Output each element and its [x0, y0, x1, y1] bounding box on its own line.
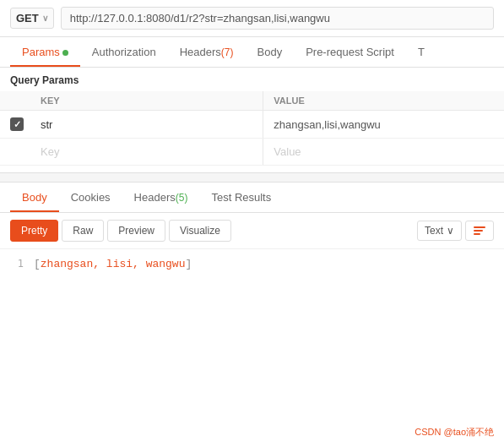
sort-icon — [473, 225, 486, 237]
tab-tests[interactable]: T — [406, 37, 436, 67]
params-dot — [62, 50, 68, 56]
url-input[interactable] — [61, 7, 494, 30]
query-params-label: Query Params — [0, 68, 504, 91]
format-visualize[interactable]: Visualize — [169, 220, 231, 242]
check-mark: ✓ — [14, 119, 21, 130]
th-checkbox — [0, 91, 30, 111]
tab-pre-request[interactable]: Pre-request Script — [294, 37, 406, 67]
table-empty-row: Key Value — [0, 139, 504, 166]
method-label: GET — [16, 12, 39, 25]
format-pretty[interactable]: Pretty — [10, 220, 58, 242]
row-key: str — [41, 118, 52, 131]
row-checkbox-cell[interactable]: ✓ — [0, 111, 30, 139]
sort-icon-button[interactable] — [465, 221, 494, 241]
watermark: CSDN @tao涌不绝 — [415, 426, 494, 439]
row-key-cell[interactable]: str — [30, 111, 263, 139]
code-open-bracket: [ — [34, 258, 41, 270]
code-inner: zhangsan, lisi, wangwu — [41, 258, 186, 270]
empty-value-placeholder: Value — [274, 145, 301, 158]
method-dropdown[interactable]: GET ∨ — [10, 8, 54, 29]
tab-authorization[interactable]: Authorization — [80, 37, 168, 67]
code-content: [zhangsan, lisi, wangwu] — [34, 258, 494, 270]
format-raw[interactable]: Raw — [62, 220, 104, 242]
response-tab-cookies[interactable]: Cookies — [59, 183, 122, 212]
text-type-label: Text — [425, 225, 443, 237]
text-type-select[interactable]: Text ∨ — [417, 221, 462, 241]
response-tabs: Body Cookies Headers(5) Test Results — [0, 183, 504, 213]
line-number: 1 — [10, 258, 24, 270]
format-preview[interactable]: Preview — [107, 220, 165, 242]
th-key: KEY — [30, 91, 263, 111]
request-tabs: Params Authorization Headers(7) Body Pre… — [0, 37, 504, 68]
tab-headers[interactable]: Headers(7) — [168, 37, 246, 67]
params-table: KEY VALUE ✓ str zhangsan,lisi,wangwu — [0, 91, 504, 166]
section-divider — [0, 172, 504, 183]
table-row: ✓ str zhangsan,lisi,wangwu — [0, 111, 504, 139]
row-checkbox[interactable]: ✓ — [10, 117, 24, 131]
tab-body[interactable]: Body — [246, 37, 295, 67]
method-chevron: ∨ — [42, 14, 48, 23]
tab-params[interactable]: Params — [10, 37, 80, 67]
response-tab-test-results[interactable]: Test Results — [199, 183, 283, 212]
code-close-bracket: ] — [185, 258, 192, 270]
empty-key-placeholder: Key — [41, 145, 59, 158]
th-value: VALUE — [263, 91, 504, 111]
url-bar: GET ∨ — [0, 0, 504, 37]
response-tab-body[interactable]: Body — [10, 183, 59, 212]
format-bar: Pretty Raw Preview Visualize Text ∨ — [0, 213, 504, 249]
code-output: 1 [zhangsan, lisi, wangwu] — [0, 249, 504, 279]
response-tab-headers[interactable]: Headers(5) — [122, 183, 200, 212]
row-value: zhangsan,lisi,wangwu — [274, 118, 380, 131]
text-type-chevron: ∨ — [447, 225, 454, 237]
row-value-cell[interactable]: zhangsan,lisi,wangwu — [263, 111, 504, 139]
